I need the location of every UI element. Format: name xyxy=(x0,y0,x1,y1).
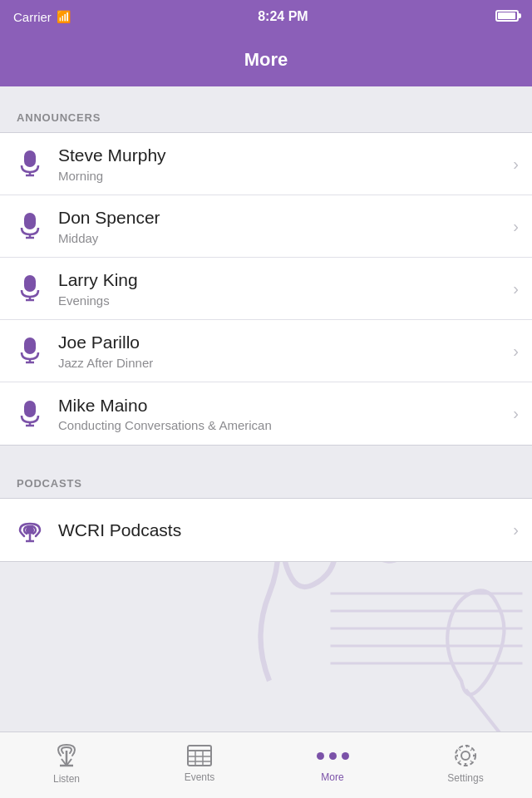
steve-murphy-text: Steve Murphy Morning xyxy=(47,145,506,182)
section-spacer xyxy=(0,446,532,461)
podcasts-list: WCRI Podcasts › xyxy=(0,498,532,562)
microphone-icon-mike-maino xyxy=(13,401,47,427)
joe-parillo-subtitle: Jazz After Dinner xyxy=(58,356,506,370)
more-dots-icon xyxy=(317,744,349,767)
list-item-larry-king[interactable]: Larry King Evenings › xyxy=(0,258,532,320)
steve-murphy-name: Steve Murphy xyxy=(58,145,506,165)
microphone-icon-joe-parillo xyxy=(13,337,47,364)
main-content: ANNOUNCERS Steve Murphy Morning › xyxy=(0,86,532,798)
chevron-icon: › xyxy=(513,279,519,298)
podcast-icon xyxy=(13,516,47,544)
joe-parillo-text: Joe Parillo Jazz After Dinner xyxy=(47,332,506,369)
announcers-list: Steve Murphy Morning › Don Spencer Midda… xyxy=(0,132,532,446)
settings-tab-label: Settings xyxy=(447,772,483,784)
events-icon xyxy=(186,744,213,767)
chevron-icon: › xyxy=(513,404,519,423)
larry-king-text: Larry King Evenings xyxy=(47,269,506,307)
list-item-steve-murphy[interactable]: Steve Murphy Morning › xyxy=(0,133,532,195)
tab-listen[interactable]: Listen xyxy=(0,732,133,798)
status-bar: Carrier 📶 8:24 PM xyxy=(0,0,532,33)
chevron-icon: › xyxy=(513,520,519,539)
time-display: 8:24 PM xyxy=(258,9,308,24)
tab-bar: Listen Events More xyxy=(0,732,532,798)
steve-murphy-subtitle: Morning xyxy=(58,169,506,183)
events-tab-label: Events xyxy=(185,771,215,783)
chevron-icon: › xyxy=(513,342,519,361)
settings-icon xyxy=(453,743,478,768)
nav-title: More xyxy=(244,49,288,71)
carrier-label: Carrier xyxy=(13,10,52,24)
tab-events[interactable]: Events xyxy=(133,732,266,798)
microphone-icon-don-spencer xyxy=(13,213,47,239)
section-header-podcasts: PODCASTS xyxy=(0,461,532,498)
svg-point-41 xyxy=(461,751,470,760)
mike-maino-subtitle: Conducting Conversations & American xyxy=(58,418,506,432)
larry-king-subtitle: Evenings xyxy=(58,293,506,308)
don-spencer-name: Don Spencer xyxy=(58,207,506,228)
tab-more[interactable]: More xyxy=(266,732,399,798)
list-item-mike-maino[interactable]: Mike Maino Conducting Conversations & Am… xyxy=(0,382,532,445)
mike-maino-name: Mike Maino xyxy=(58,395,506,416)
tab-settings[interactable]: Settings xyxy=(399,732,532,798)
battery-icon xyxy=(495,10,519,24)
svg-rect-35 xyxy=(188,746,211,766)
joe-parillo-name: Joe Parillo xyxy=(58,332,506,352)
svg-rect-15 xyxy=(24,213,36,229)
chevron-icon: › xyxy=(513,155,519,174)
nav-bar: More xyxy=(0,33,532,86)
list-item-joe-parillo[interactable]: Joe Parillo Jazz After Dinner › xyxy=(0,320,532,382)
list-item-wcri-podcasts[interactable]: WCRI Podcasts › xyxy=(0,499,532,561)
svg-rect-21 xyxy=(24,337,36,354)
chevron-icon: › xyxy=(513,217,519,236)
listen-tab-label: Listen xyxy=(53,773,80,785)
carrier-wifi: Carrier 📶 xyxy=(13,10,71,24)
microphone-icon-steve-murphy xyxy=(13,150,47,177)
don-spencer-text: Don Spencer Midday xyxy=(47,207,506,244)
section-header-announcers: ANNOUNCERS xyxy=(0,95,532,132)
svg-rect-18 xyxy=(24,275,36,292)
svg-rect-12 xyxy=(24,150,36,167)
svg-rect-24 xyxy=(24,401,36,417)
more-tab-label: More xyxy=(321,771,343,783)
wifi-icon: 📶 xyxy=(57,10,71,23)
wcri-podcasts-name: WCRI Podcasts xyxy=(58,520,506,540)
larry-king-name: Larry King xyxy=(58,269,506,290)
microphone-icon-larry-king xyxy=(13,275,47,302)
don-spencer-subtitle: Midday xyxy=(58,231,506,245)
listen-icon xyxy=(53,742,80,769)
mike-maino-text: Mike Maino Conducting Conversations & Am… xyxy=(47,395,506,432)
list-item-don-spencer[interactable]: Don Spencer Midday › xyxy=(0,195,532,258)
wcri-podcasts-text: WCRI Podcasts xyxy=(47,520,506,540)
